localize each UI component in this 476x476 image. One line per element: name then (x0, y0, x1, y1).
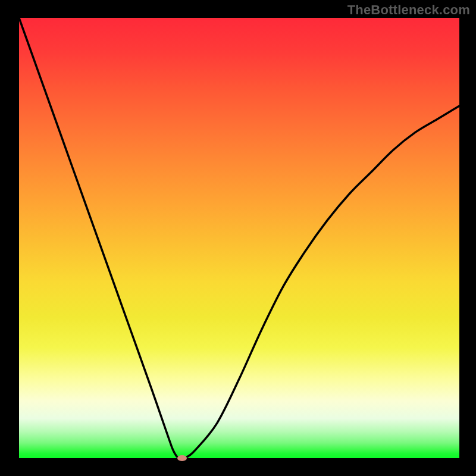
curve-svg (19, 18, 459, 458)
bottleneck-curve-path (19, 18, 459, 458)
watermark-text: TheBottleneck.com (347, 2, 470, 18)
chart-container: TheBottleneck.com (0, 0, 476, 476)
plot-area (19, 18, 459, 458)
optimal-point-marker (177, 455, 187, 461)
